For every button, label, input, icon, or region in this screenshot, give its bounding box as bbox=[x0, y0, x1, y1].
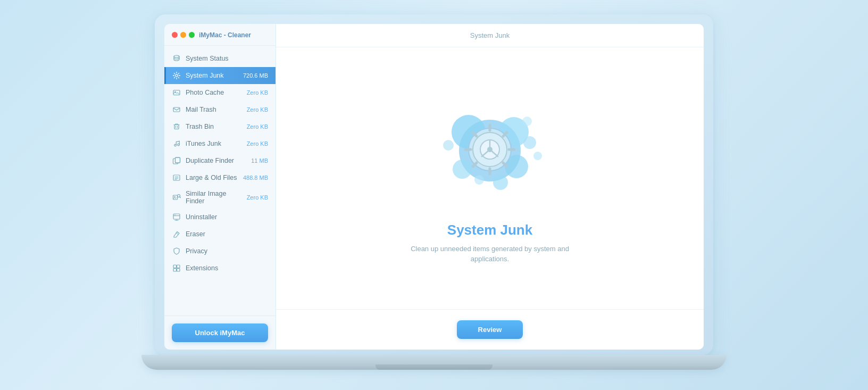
svg-line-27 bbox=[176, 233, 178, 234]
sidebar-size-mail-trash: Zero KB bbox=[247, 106, 268, 113]
svg-rect-28 bbox=[173, 265, 177, 268]
files-icon bbox=[172, 173, 181, 182]
duplicate-icon bbox=[172, 156, 181, 165]
traffic-light-yellow[interactable] bbox=[180, 32, 186, 38]
svg-point-20 bbox=[174, 196, 176, 197]
sidebar-label-system-status: System Status bbox=[186, 55, 268, 62]
sidebar-size-large-old-files: 488.8 MB bbox=[243, 175, 268, 181]
music-icon bbox=[172, 139, 181, 148]
extensions-icon bbox=[172, 263, 181, 273]
sidebar-item-system-junk[interactable]: System Junk 720.6 MB bbox=[164, 67, 276, 84]
svg-rect-31 bbox=[177, 268, 180, 271]
svg-point-1 bbox=[176, 74, 178, 76]
unlock-button[interactable]: Unlock iMyMac bbox=[172, 323, 268, 342]
trash-icon bbox=[172, 122, 181, 131]
sidebar-label-large-old-files: Large & Old Files bbox=[186, 174, 239, 181]
sidebar-item-large-old-files[interactable]: Large & Old Files 488.8 MB bbox=[164, 169, 276, 186]
svg-rect-11 bbox=[176, 157, 180, 163]
system-junk-illustration bbox=[426, 92, 554, 209]
laptop-base bbox=[141, 355, 727, 370]
sidebar-item-similar-image-finder[interactable]: Similar Image Finder Zero KB bbox=[164, 186, 276, 209]
sidebar-item-uninstaller[interactable]: Uninstaller bbox=[164, 209, 276, 226]
svg-point-0 bbox=[174, 55, 179, 57]
sidebar-size-photo-cache: Zero KB bbox=[247, 89, 268, 96]
database-icon bbox=[172, 54, 181, 63]
sidebar-label-eraser: Eraser bbox=[186, 230, 268, 238]
sidebar-item-duplicate-finder[interactable]: Duplicate Finder 11 MB bbox=[164, 152, 276, 169]
sidebar-size-similar-image-finder: Zero KB bbox=[247, 194, 268, 201]
sidebar-size-system-junk: 720.6 MB bbox=[243, 72, 268, 79]
svg-point-57 bbox=[487, 147, 493, 152]
sidebar-item-trash-bin[interactable]: Trash Bin Zero KB bbox=[164, 118, 276, 135]
sidebar-label-photo-cache: Photo Cache bbox=[186, 89, 243, 96]
review-button[interactable]: Review bbox=[457, 320, 523, 339]
main-title: System Junk bbox=[447, 222, 532, 238]
sidebar-title-bar: iMyMac - Cleaner bbox=[164, 24, 276, 46]
sidebar-label-trash-bin: Trash Bin bbox=[186, 123, 243, 130]
svg-point-24 bbox=[175, 214, 176, 215]
privacy-icon bbox=[172, 246, 181, 256]
svg-rect-4 bbox=[173, 107, 180, 112]
sidebar-size-itunes-junk: Zero KB bbox=[247, 140, 268, 147]
laptop-wrapper: iMyMac - Cleaner System Status bbox=[141, 14, 727, 376]
main-footer: Review bbox=[276, 309, 704, 350]
app-title: iMyMac - Cleaner bbox=[199, 31, 251, 39]
main-header-title: System Junk bbox=[470, 31, 510, 39]
sidebar-footer: Unlock iMyMac bbox=[164, 316, 276, 350]
svg-point-39 bbox=[443, 140, 454, 151]
main-description: Clean up unneeded items generated by sys… bbox=[394, 244, 586, 264]
svg-line-19 bbox=[180, 197, 181, 198]
sidebar-size-trash-bin: Zero KB bbox=[247, 123, 268, 130]
sidebar-item-itunes-junk[interactable]: iTunes Junk Zero KB bbox=[164, 135, 276, 152]
sidebar-label-system-junk: System Junk bbox=[186, 72, 239, 79]
svg-point-23 bbox=[174, 214, 174, 215]
svg-rect-29 bbox=[177, 265, 180, 268]
sidebar-label-similar-image-finder: Similar Image Finder bbox=[186, 190, 243, 205]
gear-icon bbox=[172, 71, 181, 80]
sidebar-item-privacy[interactable]: Privacy bbox=[164, 243, 276, 260]
laptop-screen: iMyMac - Cleaner System Status bbox=[164, 24, 704, 350]
sidebar-item-photo-cache[interactable]: Photo Cache Zero KB bbox=[164, 84, 276, 101]
laptop-screen-bezel: iMyMac - Cleaner System Status bbox=[155, 14, 713, 355]
sidebar-item-extensions[interactable]: Extensions bbox=[164, 260, 276, 277]
sidebar-item-mail-trash[interactable]: Mail Trash Zero KB bbox=[164, 101, 276, 118]
sidebar-label-privacy: Privacy bbox=[186, 247, 268, 255]
svg-point-40 bbox=[493, 175, 508, 190]
main-content: System Junk bbox=[276, 24, 704, 350]
sidebar-size-duplicate-finder: 11 MB bbox=[251, 157, 268, 164]
svg-rect-5 bbox=[174, 125, 179, 129]
traffic-light-green[interactable] bbox=[189, 32, 195, 38]
svg-rect-30 bbox=[173, 268, 177, 271]
main-body: System Junk Clean up unneeded items gene… bbox=[276, 47, 704, 309]
sidebar-label-itunes-junk: iTunes Junk bbox=[186, 140, 243, 147]
sidebar: iMyMac - Cleaner System Status bbox=[164, 24, 276, 350]
mail-icon bbox=[172, 105, 181, 114]
photo-icon bbox=[172, 88, 181, 97]
uninstaller-icon bbox=[172, 212, 181, 222]
sidebar-label-extensions: Extensions bbox=[186, 264, 268, 272]
traffic-lights bbox=[172, 32, 195, 38]
sidebar-label-mail-trash: Mail Trash bbox=[186, 106, 243, 113]
eraser-icon bbox=[172, 229, 181, 239]
svg-point-42 bbox=[522, 117, 532, 126]
sidebar-item-system-status[interactable]: System Status bbox=[164, 50, 276, 67]
sidebar-label-uninstaller: Uninstaller bbox=[186, 213, 268, 221]
sidebar-label-duplicate-finder: Duplicate Finder bbox=[186, 157, 247, 164]
svg-point-41 bbox=[474, 175, 484, 185]
svg-point-38 bbox=[533, 152, 542, 160]
sidebar-nav: System Status System Junk 720.6 MB bbox=[164, 46, 276, 316]
svg-point-36 bbox=[453, 160, 472, 179]
traffic-light-red[interactable] bbox=[172, 32, 178, 38]
sidebar-item-eraser[interactable]: Eraser bbox=[164, 226, 276, 243]
image-finder-icon bbox=[172, 193, 181, 202]
svg-point-37 bbox=[523, 136, 536, 149]
main-header: System Junk bbox=[276, 24, 704, 47]
